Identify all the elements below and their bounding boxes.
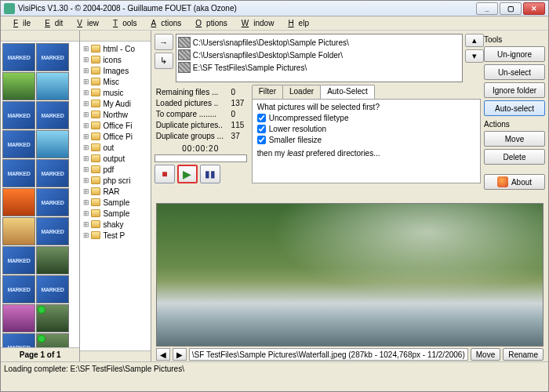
tab-filter[interactable]: Filter: [252, 85, 283, 99]
thumbnail[interactable]: [2, 43, 35, 71]
tree-node[interactable]: My Audi: [82, 98, 150, 109]
thumbnail[interactable]: [36, 101, 69, 129]
menu-view[interactable]: View: [67, 19, 104, 27]
thumbnail[interactable]: [36, 333, 69, 347]
directory-row[interactable]: C:\Users\snapfiles\Desktop\Sample Folder…: [178, 49, 460, 61]
window-title: VisiPics V1.30 - © 2004-2008 - Guillaume…: [18, 4, 476, 13]
tab-loader[interactable]: Loader: [282, 85, 321, 99]
tree-node[interactable]: Misc: [82, 76, 150, 87]
tab-auto-select[interactable]: Auto-Select: [320, 85, 375, 99]
check-smaller-size[interactable]: Smaller filesize: [257, 136, 475, 144]
thumbnail[interactable]: [36, 72, 69, 100]
tree-node[interactable]: Office Pi: [82, 131, 150, 142]
tree-node[interactable]: Northw: [82, 109, 150, 120]
directory-list[interactable]: C:\Users\snapfiles\Desktop\Sample Pictur…: [176, 34, 463, 82]
titlebar: VisiPics V1.30 - © 2004-2008 - Guillaume…: [1, 1, 548, 16]
tree-node[interactable]: Sample: [82, 197, 150, 208]
tree-node[interactable]: Sample: [82, 208, 150, 219]
tab-body: What pictures will be selected first? Un…: [252, 99, 481, 183]
menu-help[interactable]: Help: [278, 19, 314, 27]
check-uncompressed[interactable]: Uncompressed filetype: [257, 114, 475, 122]
menubar: FileEditViewToolsActionsOptionsWindowHel…: [1, 16, 548, 31]
about-icon: [497, 176, 508, 187]
up-folder-button[interactable]: ↳: [155, 53, 173, 69]
thumbnail[interactable]: [36, 188, 69, 216]
prev-image-button[interactable]: ◀: [156, 348, 170, 361]
thumbnail[interactable]: [36, 159, 69, 187]
tree-node[interactable]: php scri: [82, 175, 150, 186]
app-icon: [4, 3, 15, 14]
thumbnail[interactable]: [2, 101, 35, 129]
auto-select-button[interactable]: Auto-select: [484, 100, 545, 116]
thumbnail-panel: Page 1 of 1: [1, 31, 80, 361]
menu-file[interactable]: File: [4, 19, 35, 27]
menu-tools[interactable]: Tools: [104, 19, 141, 27]
unselect-button[interactable]: Un-select: [484, 64, 545, 80]
preview-rename-button[interactable]: Rename: [503, 348, 544, 361]
page-indicator: Page 1 of 1: [1, 347, 79, 361]
thumbnail[interactable]: [2, 188, 35, 216]
directory-row[interactable]: C:\Users\snapfiles\Desktop\Sample Pictur…: [178, 36, 460, 49]
pause-button[interactable]: ▮▮: [200, 165, 220, 183]
thumbnail[interactable]: [36, 43, 69, 71]
thumbnail[interactable]: [2, 304, 35, 332]
menu-options[interactable]: Options: [186, 19, 231, 27]
thumbnail[interactable]: [2, 159, 35, 187]
move-button[interactable]: Move: [484, 131, 545, 147]
auto-question: What pictures will be selected first?: [257, 103, 475, 111]
move-dir-up-button[interactable]: ▴: [465, 34, 484, 47]
preview-move-button[interactable]: Move: [471, 348, 500, 361]
minimize-button[interactable]: _: [476, 2, 498, 15]
menu-actions[interactable]: Actions: [142, 19, 187, 27]
thumbnail[interactable]: [2, 130, 35, 158]
thumbnail[interactable]: [36, 275, 69, 303]
tree-node[interactable]: pdf: [82, 164, 150, 175]
thumbnail[interactable]: [36, 304, 69, 332]
tree-node[interactable]: Office Fi: [82, 120, 150, 131]
tree-node[interactable]: Images: [82, 65, 150, 76]
tree-node[interactable]: Test P: [82, 230, 150, 241]
thumbnail[interactable]: [36, 130, 69, 158]
stats-table: Remaining files ...0 Loaded pictures ..1…: [155, 85, 247, 144]
delete-button[interactable]: Delete: [484, 149, 545, 165]
thumbnail[interactable]: [2, 217, 35, 245]
tree-node[interactable]: output: [82, 153, 150, 164]
tree-node[interactable]: shaky: [82, 219, 150, 230]
thumbnail-grid[interactable]: [1, 42, 79, 347]
image-preview: [156, 203, 544, 347]
tools-header: Tools: [484, 35, 545, 44]
menu-window[interactable]: Window: [232, 19, 279, 27]
move-dir-down-button[interactable]: ▾: [465, 49, 484, 63]
tree-node[interactable]: music: [82, 87, 150, 98]
about-button[interactable]: About: [484, 174, 545, 190]
thumbnail[interactable]: [2, 72, 35, 100]
maximize-button[interactable]: ▢: [500, 2, 522, 15]
image-path: \SF TestFiles\Sample Pictures\Waterfall.…: [189, 348, 468, 361]
tree-node[interactable]: html - Co: [82, 43, 150, 54]
ignore-folder-button[interactable]: Ignore folder: [484, 82, 545, 98]
directory-row[interactable]: E:\SF TestFiles\Sample Pictures\: [178, 61, 460, 74]
next-image-button[interactable]: ▶: [173, 348, 187, 361]
thumbnail[interactable]: [36, 217, 69, 245]
tree-node[interactable]: out: [82, 142, 150, 153]
tree-node[interactable]: icons: [82, 54, 150, 65]
folder-tree-panel: html - CoiconsImagesMiscmusicMy AudiNort…: [80, 31, 151, 361]
thumbnail[interactable]: [36, 246, 69, 274]
thumbnail[interactable]: [2, 275, 35, 303]
menu-edit[interactable]: Edit: [35, 19, 67, 27]
actions-header: Actions: [484, 120, 545, 129]
tree-node[interactable]: RAR: [82, 186, 150, 197]
add-folder-button[interactable]: →: [155, 34, 173, 50]
close-button[interactable]: ✕: [523, 2, 545, 15]
thumbnail[interactable]: [2, 246, 35, 274]
folder-tree[interactable]: html - CoiconsImagesMiscmusicMy AudiNort…: [80, 42, 150, 350]
check-lower-res[interactable]: Lower resolution: [257, 125, 475, 133]
progress-bar: [155, 154, 247, 162]
stop-button[interactable]: ■: [155, 165, 175, 183]
thumbnail[interactable]: [2, 333, 35, 347]
unignore-button[interactable]: Un-ignore: [484, 46, 545, 62]
play-button[interactable]: ▶: [177, 165, 198, 183]
statusbar: Loading complete: E:\SF TestFiles\Sample…: [1, 361, 548, 376]
elapsed-time: 00:00:20: [155, 144, 247, 153]
auto-note: then my least prefered directories...: [257, 149, 475, 158]
